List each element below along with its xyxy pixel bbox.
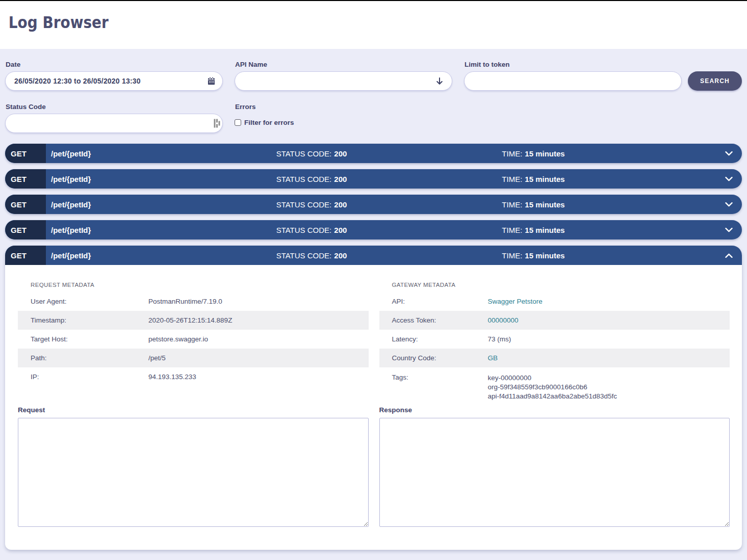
chevron-down-icon	[725, 228, 733, 232]
metadata-row: Country Code:GB	[379, 349, 730, 367]
time-value: 15 minutes	[525, 175, 564, 183]
request-metadata-table: User Agent:PostmanRuntime/7.19.0Timestam…	[18, 292, 369, 386]
time-cell: TIME: 15 minutes	[496, 144, 722, 163]
limit-token-label: Limit to token	[465, 60, 682, 71]
status-code-key: STATUS CODE:	[276, 175, 332, 183]
arrow-down-icon[interactable]	[435, 77, 444, 85]
date-input[interactable]	[6, 72, 222, 90]
time-value: 15 minutes	[525, 200, 564, 209]
chevron-icon-wrap[interactable]	[722, 220, 742, 239]
status-code-input-wrap	[5, 114, 223, 133]
response-label: Response	[379, 406, 730, 414]
path-label: /pet/{petId}	[46, 169, 271, 189]
metadata-row: Target Host:petstore.swagger.io	[18, 330, 369, 349]
metadata-row: User Agent:PostmanRuntime/7.19.0	[18, 292, 369, 311]
status-code-value: 200	[334, 251, 347, 260]
time-key: TIME:	[502, 149, 522, 158]
date-filter-group: Date	[5, 60, 223, 91]
tag-line: org-59f348559f3cb9000166c0b6	[488, 383, 617, 392]
gateway-metadata-section: GATEWAY METADATA API:Swagger PetstoreAcc…	[379, 282, 730, 401]
limit-token-filter-group: Limit to token	[464, 60, 682, 91]
chevron-icon-wrap[interactable]	[722, 195, 742, 214]
metadata-label: Path:	[31, 354, 148, 362]
response-textarea[interactable]	[379, 418, 730, 527]
status-code-cell: STATUS CODE: 200	[271, 220, 496, 239]
expanded-log-card: GET /pet/{petId} STATUS CODE: 200 TIME: …	[5, 246, 742, 550]
metadata-row: Timestamp:2020-05-26T12:15:14.889Z	[18, 311, 369, 330]
date-input-wrap	[5, 71, 223, 91]
tag-line: api-f4d11aad9a8142aa6ba2abe51d83d5fc	[488, 392, 617, 401]
chevron-icon-wrap[interactable]	[722, 246, 742, 265]
api-name-label: API Name	[235, 60, 452, 71]
metadata-label: User Agent:	[31, 298, 148, 305]
chevron-icon-wrap[interactable]	[722, 169, 742, 189]
time-value: 15 minutes	[525, 226, 564, 234]
metadata-value-link[interactable]: 00000000	[488, 316, 519, 324]
path-label: /pet/{petId}	[46, 220, 271, 239]
metadata-label: Country Code:	[392, 354, 488, 362]
time-value: 15 minutes	[525, 251, 564, 260]
response-body-section: Response	[379, 406, 730, 527]
path-label: /pet/{petId}	[46, 144, 271, 163]
metadata-value: /pet/5	[148, 354, 166, 362]
metadata-row: IP:94.193.135.233	[18, 367, 369, 386]
status-code-label: Status Code	[6, 102, 223, 114]
limit-token-input[interactable]	[465, 72, 681, 90]
log-detail-panel: REQUEST METADATA User Agent:PostmanRunti…	[5, 282, 742, 550]
search-button[interactable]: SEARCH	[688, 71, 742, 91]
log-row[interactable]: GET /pet/{petId} STATUS CODE: 200 TIME: …	[5, 220, 742, 239]
status-code-key: STATUS CODE:	[276, 149, 332, 158]
chevron-up-icon	[725, 253, 733, 258]
method-badge: GET	[5, 246, 46, 265]
bar-chart-icon	[214, 119, 220, 128]
time-key: TIME:	[502, 200, 522, 209]
request-textarea[interactable]	[18, 418, 369, 527]
filters-section: Date API Name	[0, 49, 747, 133]
path-label: /pet/{petId}	[46, 246, 271, 265]
metadata-label: Target Host:	[31, 335, 148, 343]
status-code-key: STATUS CODE:	[276, 226, 332, 234]
metadata-label: Access Token:	[392, 316, 488, 324]
chevron-icon-wrap[interactable]	[722, 144, 742, 163]
request-metadata-heading: REQUEST METADATA	[31, 282, 369, 288]
log-list: GET /pet/{petId} STATUS CODE: 200 TIME: …	[0, 144, 747, 550]
calendar-icon[interactable]	[208, 77, 215, 85]
filter-errors-label[interactable]: Filter for errors	[244, 119, 294, 126]
errors-filter-group: Errors Filter for errors	[235, 102, 452, 126]
method-badge: GET	[5, 195, 46, 214]
time-cell: TIME: 15 minutes	[496, 246, 722, 265]
status-code-value: 200	[334, 175, 347, 183]
status-code-input[interactable]	[6, 114, 222, 132]
metadata-label: Latency:	[392, 335, 488, 343]
metadata-row: Path:/pet/5	[18, 349, 369, 367]
metadata-label: IP:	[31, 373, 148, 381]
time-cell: TIME: 15 minutes	[496, 195, 722, 214]
time-key: TIME:	[502, 175, 522, 183]
filter-errors-checkbox[interactable]	[235, 119, 241, 126]
log-row[interactable]: GET /pet/{petId} STATUS CODE: 200 TIME: …	[5, 246, 742, 265]
status-code-cell: STATUS CODE: 200	[271, 246, 496, 265]
api-name-filter-group: API Name	[235, 60, 452, 91]
status-code-key: STATUS CODE:	[276, 251, 332, 260]
time-key: TIME:	[502, 251, 522, 260]
api-name-select[interactable]	[235, 71, 452, 91]
gateway-metadata-heading: GATEWAY METADATA	[392, 282, 730, 288]
status-code-value: 200	[334, 149, 347, 158]
metadata-label: Tags:	[392, 374, 488, 381]
app-header: Log Browser	[0, 1, 747, 49]
log-row[interactable]: GET /pet/{petId} STATUS CODE: 200 TIME: …	[5, 169, 742, 189]
log-row[interactable]: GET /pet/{petId} STATUS CODE: 200 TIME: …	[5, 195, 742, 214]
metadata-value-link[interactable]: GB	[488, 354, 498, 362]
path-label: /pet/{petId}	[46, 195, 271, 214]
metadata-value-link[interactable]: Swagger Petstore	[488, 298, 543, 305]
status-code-filter-group: Status Code	[5, 102, 223, 133]
log-row[interactable]: GET /pet/{petId} STATUS CODE: 200 TIME: …	[5, 144, 742, 163]
method-badge: GET	[5, 144, 46, 163]
api-name-input[interactable]	[235, 72, 452, 90]
metadata-row: Latency:73 (ms)	[379, 330, 730, 349]
request-body-section: Request	[18, 406, 369, 527]
request-metadata-section: REQUEST METADATA User Agent:PostmanRunti…	[18, 282, 369, 401]
chevron-down-icon	[725, 151, 733, 156]
time-cell: TIME: 15 minutes	[496, 169, 722, 189]
metadata-value: petstore.swagger.io	[148, 335, 208, 343]
